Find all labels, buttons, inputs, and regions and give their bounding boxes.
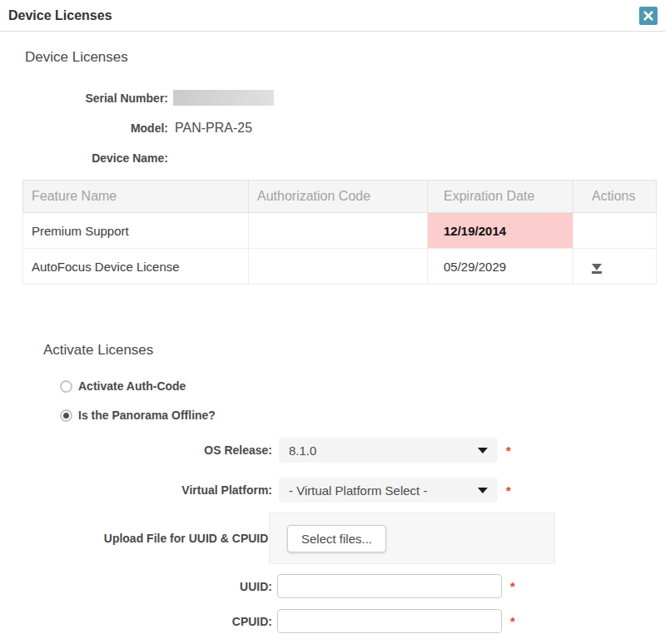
column-header-actions: Actions bbox=[573, 181, 657, 213]
os-release-selected-value: 8.1.0 bbox=[289, 443, 316, 458]
dialog-titlebar: Device Licenses bbox=[0, 0, 665, 32]
expiration-date-cell-expired: 12/19/2014 bbox=[428, 213, 573, 249]
required-asterisk: * bbox=[510, 614, 515, 628]
uuid-row: UUID: * bbox=[0, 574, 665, 598]
chevron-down-icon bbox=[478, 448, 488, 453]
cpuid-row: CPUID: * bbox=[0, 609, 665, 633]
required-asterisk: * bbox=[506, 443, 511, 458]
device-info-block: Serial Number: Model: PAN-PRA-25 Device … bbox=[0, 90, 665, 166]
upload-file-row: Upload File for UUID & CPUID: Select fil… bbox=[0, 513, 665, 564]
radio-panorama-offline[interactable]: Is the Panorama Offline? bbox=[60, 409, 665, 422]
device-name-label: Device Name: bbox=[0, 151, 168, 165]
download-icon[interactable] bbox=[592, 264, 602, 274]
column-header-expiration-date: Expiration Date bbox=[428, 181, 573, 213]
download-icon-triangle bbox=[592, 264, 602, 270]
required-asterisk: * bbox=[506, 483, 511, 498]
cpuid-label: CPUID: bbox=[0, 615, 272, 628]
virtual-platform-dropdown[interactable]: - Virtual Platform Select - bbox=[279, 478, 498, 503]
radio-label: Activate Auth-Code bbox=[78, 379, 186, 393]
license-table: Feature Name Authorization Code Expirati… bbox=[22, 180, 657, 285]
uuid-field[interactable] bbox=[277, 574, 502, 598]
serial-number-row: Serial Number: bbox=[0, 90, 665, 106]
model-value: PAN-PRA-25 bbox=[175, 121, 252, 136]
device-licenses-dialog: Device Licenses Device Licenses Serial N… bbox=[0, 0, 665, 633]
activate-licenses-heading: Activate Licenses bbox=[43, 342, 665, 359]
uuid-label: UUID: bbox=[0, 580, 272, 593]
column-header-feature-name: Feature Name bbox=[23, 181, 249, 213]
feature-name-cell: Premium Support bbox=[23, 213, 249, 249]
activate-license-form: OS Release: 8.1.0 * Virtual Platform: - … bbox=[0, 438, 665, 633]
actions-cell bbox=[573, 249, 657, 285]
virtual-platform-label: Virtual Platform: bbox=[0, 483, 272, 497]
upload-dropzone[interactable]: Select files... bbox=[269, 513, 555, 564]
radio-button-selected[interactable] bbox=[60, 409, 72, 422]
table-row: AutoFocus Device License 05/29/2029 bbox=[23, 249, 657, 285]
radio-activate-auth-code[interactable]: Activate Auth-Code bbox=[60, 379, 665, 393]
close-button[interactable] bbox=[639, 7, 658, 25]
radio-button-unselected[interactable] bbox=[60, 380, 72, 393]
os-release-dropdown[interactable]: 8.1.0 bbox=[279, 438, 498, 463]
column-header-authorization-code: Authorization Code bbox=[249, 181, 428, 213]
download-icon-bar bbox=[592, 271, 602, 274]
device-name-row: Device Name: bbox=[0, 150, 665, 166]
select-files-button[interactable]: Select files... bbox=[287, 525, 386, 552]
device-licenses-heading: Device Licenses bbox=[25, 49, 665, 66]
virtual-platform-row: Virtual Platform: - Virtual Platform Sel… bbox=[0, 478, 665, 503]
upload-file-label: Upload File for UUID & CPUID: bbox=[0, 532, 272, 545]
os-release-label: OS Release: bbox=[0, 443, 272, 457]
model-label: Model: bbox=[0, 121, 168, 135]
expiration-date-cell: 05/29/2029 bbox=[428, 249, 573, 285]
required-asterisk: * bbox=[510, 579, 515, 593]
authorization-code-cell bbox=[249, 249, 428, 285]
actions-cell bbox=[573, 213, 657, 249]
serial-number-redacted-value bbox=[173, 90, 274, 106]
dialog-title: Device Licenses bbox=[8, 8, 112, 23]
cpuid-field[interactable] bbox=[277, 609, 502, 633]
activation-mode-radios: Activate Auth-Code Is the Panorama Offli… bbox=[0, 379, 665, 422]
model-row: Model: PAN-PRA-25 bbox=[0, 120, 665, 136]
table-row: Premium Support 12/19/2014 bbox=[23, 213, 657, 249]
authorization-code-cell bbox=[249, 213, 428, 249]
os-release-row: OS Release: 8.1.0 * bbox=[0, 438, 665, 463]
serial-number-label: Serial Number: bbox=[0, 92, 168, 105]
close-icon bbox=[643, 10, 654, 22]
chevron-down-icon bbox=[478, 488, 488, 493]
virtual-platform-selected-value: - Virtual Platform Select - bbox=[289, 483, 427, 498]
license-table-header-row: Feature Name Authorization Code Expirati… bbox=[23, 181, 657, 213]
feature-name-cell: AutoFocus Device License bbox=[23, 249, 249, 285]
radio-label: Is the Panorama Offline? bbox=[78, 409, 216, 422]
